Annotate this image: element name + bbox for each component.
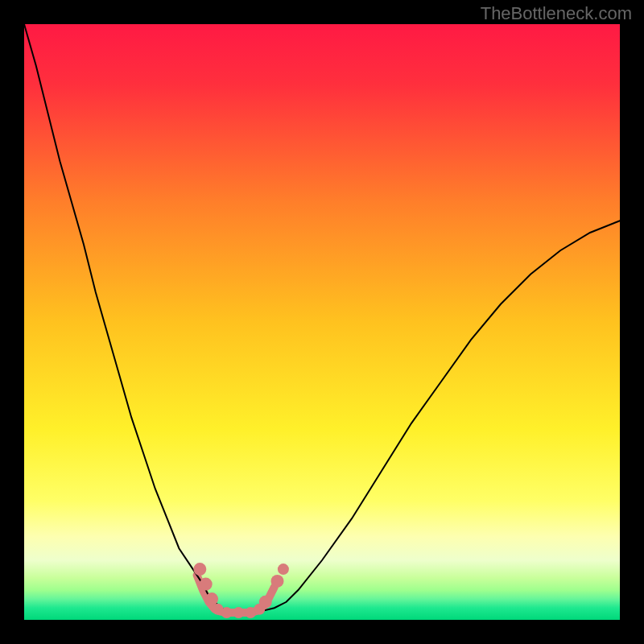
plot-background: [24, 24, 620, 620]
chart-frame: TheBottleneck.com: [0, 0, 644, 644]
marker-point: [278, 564, 289, 575]
marker-point: [205, 592, 218, 605]
marker-point: [233, 607, 244, 618]
marker-point: [193, 563, 206, 576]
chart-svg: [0, 0, 644, 644]
marker-point: [259, 596, 272, 609]
marker-point: [200, 578, 213, 591]
watermark-text: TheBottleneck.com: [481, 3, 632, 24]
marker-point: [221, 607, 233, 618]
marker-point: [271, 575, 284, 588]
